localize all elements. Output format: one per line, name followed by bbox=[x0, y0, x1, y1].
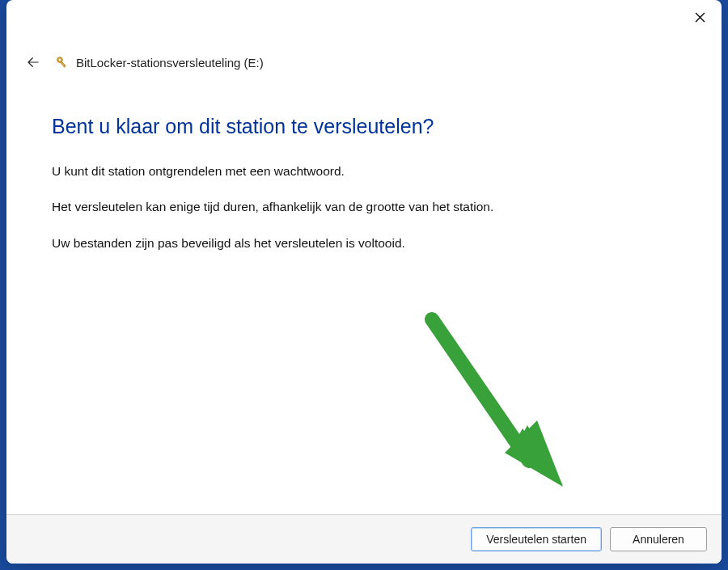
wizard-header: BitLocker-stationsversleuteling (E:) bbox=[6, 36, 722, 73]
bitlocker-key-icon bbox=[55, 55, 70, 70]
wizard-title: BitLocker-stationsversleuteling (E:) bbox=[76, 56, 264, 70]
info-paragraph-1: U kunt dit station ontgrendelen met een … bbox=[52, 163, 676, 180]
close-icon bbox=[695, 12, 705, 23]
info-paragraph-3: Uw bestanden zijn pas beveiligd als het … bbox=[52, 234, 676, 252]
annotation-arrow-icon bbox=[416, 307, 569, 493]
start-encryption-button[interactable]: Versleutelen starten bbox=[471, 527, 602, 551]
info-paragraph-2: Het versleutelen kan enige tijd duren, a… bbox=[52, 198, 676, 216]
bitlocker-wizard-window: BitLocker-stationsversleuteling (E:) Ben… bbox=[6, 0, 722, 564]
back-button[interactable] bbox=[23, 52, 44, 73]
wizard-content: Bent u klaar om dit station te versleute… bbox=[6, 73, 722, 514]
svg-line-7 bbox=[432, 319, 529, 461]
wizard-footer: Versleutelen starten Annuleren bbox=[6, 514, 722, 564]
back-arrow-icon bbox=[26, 55, 40, 70]
wizard-heading: Bent u klaar om dit station te versleute… bbox=[52, 115, 676, 138]
titlebar bbox=[6, 0, 722, 36]
close-button[interactable] bbox=[683, 5, 717, 29]
svg-point-3 bbox=[59, 59, 61, 61]
cancel-button[interactable]: Annuleren bbox=[610, 527, 707, 551]
svg-marker-10 bbox=[505, 420, 563, 487]
svg-marker-8 bbox=[510, 429, 560, 480]
svg-marker-9 bbox=[516, 425, 563, 485]
wizard-title-group: BitLocker-stationsversleuteling (E:) bbox=[55, 55, 264, 70]
